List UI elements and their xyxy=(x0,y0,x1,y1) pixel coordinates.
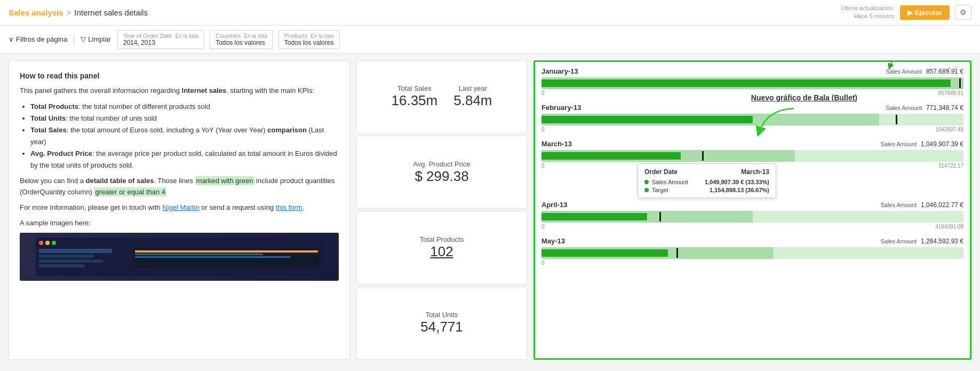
bullet-item-may: May-13 Sales Amount 1,284,592.93 € 0 xyxy=(541,237,963,266)
bullet-item-apr: April-13 Sales Amount 1,046,022.77 € 0 4… xyxy=(541,201,963,230)
bullet-track-feb xyxy=(541,114,963,125)
filter-chips-container: Year of Order Date En la lista 2014, 201… xyxy=(117,30,340,49)
kpi-total-units-label: Total Units xyxy=(426,311,458,319)
bullet-footer-jan: 0 857689.91 xyxy=(541,90,963,96)
filter-clear-button[interactable]: ▽ Limpiar xyxy=(81,35,111,43)
top-right-controls: Última actualización: Hace 5 minutos ▶ E… xyxy=(841,4,971,21)
bullet-track-jan xyxy=(541,77,963,89)
form-link[interactable]: this form xyxy=(276,203,302,211)
breadcrumb: Sales analysis > Internet sales details xyxy=(9,8,148,17)
filter-chip-countries-label: Countries En la lista xyxy=(216,33,267,39)
bullet-item-jan: January-13 Sales Amount 857,689.91 € 0 8… xyxy=(541,67,963,96)
bullet-list: Total Products: the total number of diff… xyxy=(30,101,339,172)
panel-title: How to read this panel xyxy=(20,72,339,80)
bullet-month-may: May-13 xyxy=(541,237,565,245)
filter-chip-products-value: Todos los valores xyxy=(284,39,334,46)
tooltip-header-left: Order Date xyxy=(644,168,678,176)
tooltip-dot-sales xyxy=(644,180,649,184)
bullet-item-mar: March-13 Sales Amount 1,049,907.39 € 0 3… xyxy=(541,140,963,169)
more-options-icon[interactable]: … xyxy=(960,65,967,73)
bullet-fill-feb xyxy=(541,116,753,123)
filter-chip-countries-value: Todos los valores xyxy=(216,39,267,46)
bullet-month-apr: April-13 xyxy=(541,201,567,209)
detail-paragraph: Below you can find a detaild table of sa… xyxy=(20,176,339,198)
kpi-total-units-value: 54,771 xyxy=(420,319,463,335)
sample-label: A sample imagen here: xyxy=(20,218,339,229)
bullet-footer-may: 0 xyxy=(541,260,963,266)
filter-chip-countries[interactable]: Countries En la lista Todos los valores xyxy=(210,30,273,49)
filter-panel-icon[interactable]: ▽ xyxy=(953,65,958,73)
settings-button[interactable]: ⚙ xyxy=(955,5,971,20)
contact-paragraph: For more information, please get in touc… xyxy=(20,202,339,214)
bullet-month-feb: February-13 xyxy=(541,104,581,112)
top-bar: Sales analysis > Internet sales details … xyxy=(0,0,980,26)
bullet-fill-jan xyxy=(541,80,951,87)
list-item-sales: Total Sales: the total amount of Euros s… xyxy=(30,124,339,148)
filter-clear-label: Limpiar xyxy=(88,35,111,43)
bullet-fill-may xyxy=(541,249,668,257)
sample-screenshot xyxy=(20,233,339,281)
kpi-avg-price-label: Avg. Product Price xyxy=(413,160,470,168)
bullet-month-mar: March-13 xyxy=(541,140,572,148)
kpi-total-sales-label: Total Sales xyxy=(392,84,438,92)
list-item-price: Avg. Product Price: the average price pe… xyxy=(30,148,339,171)
breadcrumb-sales-link[interactable]: Sales analysis xyxy=(9,8,63,17)
filter-bar: ∨ Filtros de página ▽ Limpiar Year of Or… xyxy=(0,26,980,54)
bullet-target-feb xyxy=(896,115,897,124)
bullet-month-jan: January-13 xyxy=(541,67,578,75)
filter-chip-products[interactable]: Products En la lista Todos los valores xyxy=(278,30,340,49)
intro-bold: Internet sales xyxy=(182,86,227,94)
bullet-track-may xyxy=(541,247,963,259)
bullet-sales-mar: Sales Amount 1,049,907.39 € xyxy=(880,140,963,148)
last-update-info: Última actualización: Hace 5 minutos xyxy=(841,4,895,21)
kpi-last-year-label: Last year xyxy=(453,84,492,92)
main-content: How to read this panel This panel gather… xyxy=(0,54,980,366)
bullet-track-mar xyxy=(541,150,963,162)
last-update-value: Hace 5 minutos xyxy=(841,12,895,20)
kpi-total-sales-value: 16.35m xyxy=(392,92,438,109)
tooltip-dot-target xyxy=(644,188,649,192)
list-item-products: Total Products: the total number of diff… xyxy=(30,101,339,113)
bullet-sales-apr: Sales Amount 1,046,022.77 € xyxy=(880,201,963,209)
intro-text: This panel gathers the overall informaci… xyxy=(20,86,182,94)
bullet-sales-feb: Sales Amount 771,348.74 € xyxy=(886,104,963,112)
bullet-fill-apr xyxy=(541,213,647,220)
tooltip-val-sales: 1,049,907.39 € (33.33%) xyxy=(705,179,769,185)
bullet-tooltip: Order Date March-13 Sales Amount 1,049,9… xyxy=(638,163,776,198)
intro-end: , starting with the main KPIs: xyxy=(226,86,314,94)
bullet-target-apr xyxy=(659,212,661,222)
left-description-panel: How to read this panel This panel gather… xyxy=(9,60,350,360)
annotation-container: Nuevo gráfico de Bala (Bullet) xyxy=(853,60,959,69)
nigel-martin-link[interactable]: Nigel Martin xyxy=(162,203,199,211)
filter-divider xyxy=(74,35,74,44)
filter-chip-products-label: Products En la lista xyxy=(284,33,334,39)
filter-toggle-label: Filtros de página xyxy=(16,35,67,43)
kpi-panel: Total Sales 16.35m Last year 5.84m Avg. … xyxy=(356,60,527,360)
execute-button[interactable]: ▶ Ejecutar xyxy=(900,5,950,20)
filter-chip-year[interactable]: Year of Order Date En la lista 2014, 201… xyxy=(117,30,204,49)
bullet-item-feb: February-13 Sales Amount 771,348.74 € 0 … xyxy=(541,104,963,132)
bullet-fill-mar xyxy=(541,152,681,160)
chevron-down-icon: ∨ xyxy=(9,35,14,43)
bullet-chart-container: January-13 Sales Amount 857,689.91 € 0 8… xyxy=(541,67,963,266)
filter-chip-year-label: Year of Order Date En la lista xyxy=(123,33,198,39)
filter-chip-year-value: 2014, 2013 xyxy=(123,39,198,46)
kpi-total-sales: Total Sales 16.35m Last year 5.84m xyxy=(356,60,527,133)
panel-icons: ⤢ ▽ … xyxy=(946,65,967,73)
tooltip-header-right: March-13 xyxy=(741,168,769,176)
kpi-total-products-value: 102 xyxy=(430,243,453,260)
breadcrumb-separator: > xyxy=(67,8,71,17)
kpi-last-year-value: 5.84m xyxy=(453,92,492,109)
bullet-chart-panel: Nuevo gráfico de Bala (Bullet) ⤢ ▽ … Jan… xyxy=(533,60,971,360)
tooltip-key-sales: Sales Amount xyxy=(652,179,702,185)
intro-paragraph: This panel gathers the overall informaci… xyxy=(20,85,339,97)
expand-icon[interactable]: ⤢ xyxy=(946,65,951,73)
kpi-avg-price: Avg. Product Price $ 299.38 xyxy=(356,136,527,209)
tooltip-val-target: 1,154,898.13 (36.67%) xyxy=(710,187,769,193)
breadcrumb-current-page: Internet sales details xyxy=(74,8,148,17)
kpi-total-units: Total Units 54,771 xyxy=(356,287,527,360)
filter-toggle[interactable]: ∨ Filtros de página xyxy=(9,35,67,43)
bullet-target-jan xyxy=(959,78,961,88)
annotation-arrow xyxy=(885,60,927,69)
filter-icon: ▽ xyxy=(81,35,86,43)
